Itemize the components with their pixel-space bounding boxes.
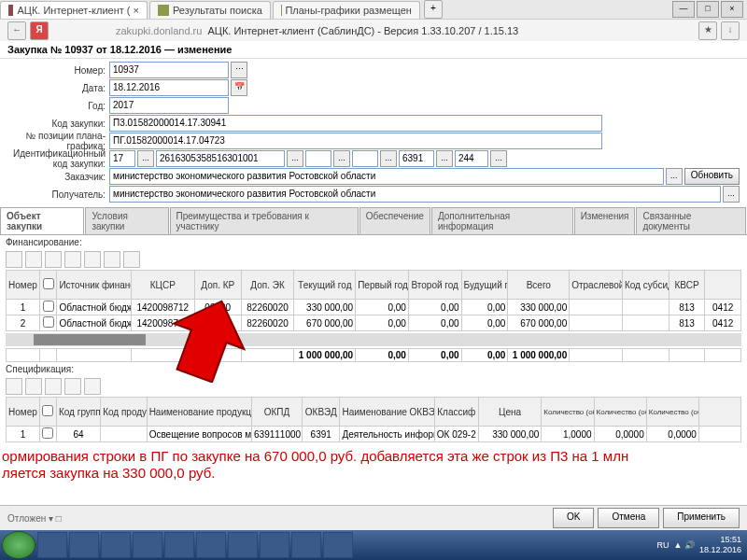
spec-row1-check[interactable]	[42, 427, 53, 439]
fin-scrollbar[interactable]	[6, 333, 741, 346]
fin-refresh-icon[interactable]	[123, 251, 140, 268]
spec-export-icon[interactable]	[84, 378, 101, 395]
taskbar-icon-2[interactable]	[69, 532, 99, 558]
browser-tab-1[interactable]: АЦК. Интернет-клиент ( ×	[0, 1, 148, 19]
tab-obespech[interactable]: Обеспечение	[359, 207, 430, 234]
browser-tab-3[interactable]: Планы-графики размещен	[273, 1, 420, 19]
tab-usloviya[interactable]: Условия закупки	[85, 207, 168, 234]
window-minimize-button[interactable]: —	[672, 1, 695, 18]
back-button[interactable]: ←	[7, 21, 26, 40]
taskbar-icon-1[interactable]	[37, 532, 67, 558]
fin-label: Финансирование:	[0, 235, 747, 249]
taskbar-icon-7[interactable]	[228, 532, 258, 558]
idk4-field[interactable]: 244	[455, 150, 488, 167]
fin-new-icon[interactable]	[6, 251, 22, 268]
label-kod: Код закупки:	[7, 119, 109, 129]
ok-button[interactable]: OK	[553, 508, 594, 528]
favorite-button[interactable]: ★	[698, 21, 717, 40]
taskbar-icon-6[interactable]	[196, 532, 226, 558]
god-field[interactable]: 2017	[109, 97, 229, 114]
fin-header-row: Номер строкиИсточник финансированияКЦСРД…	[7, 271, 741, 300]
spec-open-icon[interactable]	[25, 378, 42, 395]
calendar-icon[interactable]: 📅	[231, 79, 247, 96]
npos-field[interactable]: ПГ.01582000014.17.04723	[109, 133, 602, 149]
window-close-button[interactable]: ×	[721, 1, 743, 18]
annotation-text: ормирования строки в ПГ по закупке на 67…	[0, 448, 747, 482]
tab-preimush[interactable]: Преимущества и требования к участнику	[170, 207, 359, 234]
idk2-lookup-icon[interactable]: ...	[287, 150, 303, 167]
fin-edit-icon[interactable]	[45, 251, 62, 268]
taskbar-icon-10[interactable]	[323, 532, 353, 558]
label-data: Дата:	[7, 83, 109, 93]
tab-obekt[interactable]: Объект закупки	[0, 207, 84, 234]
idk1-lookup-icon[interactable]: ...	[137, 150, 154, 167]
label-god: Год:	[7, 101, 109, 111]
idk-e2[interactable]	[352, 150, 378, 167]
obnovit-button[interactable]: Обновить	[684, 168, 740, 185]
fin-export-icon[interactable]	[104, 251, 120, 268]
document-title: Закупка № 10937 от 18.12.2016 — изменени…	[0, 41, 747, 59]
idk3-lookup[interactable]: ...	[436, 150, 453, 167]
label-nomer: Номер:	[7, 65, 109, 76]
poluch-lookup-icon[interactable]: ...	[723, 186, 740, 203]
nomer-field[interactable]: 10937	[109, 62, 229, 78]
taskbar-icon-5[interactable]	[164, 532, 194, 558]
taskbar-icon-4[interactable]	[133, 532, 162, 558]
label-zakaz: Заказчик:	[7, 172, 109, 182]
fin-row-1[interactable]: 1Областной бюдже142009871200000822600203…	[7, 300, 741, 315]
yandex-button[interactable]: Я	[30, 21, 49, 40]
start-button[interactable]	[2, 531, 35, 559]
tab-izmen[interactable]: Изменения	[574, 207, 636, 234]
status-text[interactable]: Отложен ▾ □	[7, 513, 62, 524]
spec-delete-icon[interactable]	[64, 378, 81, 395]
spec-toolbar	[0, 376, 747, 397]
kod-field[interactable]: П3.01582000014.17.30941	[109, 115, 602, 132]
fin-row2-check[interactable]	[43, 316, 54, 328]
tab-svyaz[interactable]: Связанные документы	[636, 207, 746, 234]
idk-e1-lookup[interactable]: ...	[333, 150, 350, 167]
idk3-field[interactable]: 6391	[399, 150, 434, 167]
zakaz-lookup-icon[interactable]: ...	[666, 168, 683, 185]
idk2-field[interactable]: 2616305358516301001	[156, 150, 285, 167]
idk1-field[interactable]: 17	[109, 150, 135, 167]
system-tray[interactable]: RU ▲ 🔊 15:5118.12.2016	[657, 535, 747, 555]
fin-copy-icon[interactable]	[84, 251, 101, 268]
fin-row1-check[interactable]	[43, 301, 54, 312]
fin-open-icon[interactable]	[25, 251, 42, 268]
zakaz-field[interactable]: министерство экономического развития Рос…	[109, 168, 664, 185]
data-field[interactable]: 18.12.2016	[109, 79, 229, 96]
tab-dopinfo[interactable]: Дополнительная информация	[431, 207, 573, 234]
fin-totals: 1 000 000,000,000,000,001 000 000,00	[6, 348, 741, 362]
download-button[interactable]: ↓	[721, 21, 740, 40]
browser-tab-2[interactable]: Результаты поиска	[149, 1, 271, 19]
fin-delete-icon[interactable]	[64, 251, 81, 268]
fin-checkall[interactable]	[43, 278, 54, 289]
taskbar-icon-3[interactable]	[101, 532, 131, 558]
windows-taskbar: RU ▲ 🔊 15:5118.12.2016	[0, 530, 747, 560]
nomer-lookup-icon[interactable]: ⋯	[231, 62, 247, 78]
fin-table: Номер строкиИсточник финансированияКЦСРД…	[6, 270, 741, 331]
label-poluch: Получатель:	[7, 189, 109, 200]
address-bar: ← Я zakupki.donland.ru АЦК. Интернет-кли…	[0, 20, 747, 43]
idk-e1[interactable]	[305, 150, 331, 167]
dialog-footer: Отложен ▾ □ OK Отмена Применить	[0, 505, 747, 530]
new-tab-button[interactable]: +	[424, 0, 443, 19]
address-text[interactable]: zakupki.donland.ru АЦК. Интернет-клиент …	[116, 25, 697, 36]
window-maximize-button[interactable]: □	[697, 1, 719, 18]
apply-button[interactable]: Применить	[663, 508, 740, 528]
taskbar-icon-8[interactable]	[260, 532, 289, 558]
taskbar-icon-9[interactable]	[291, 532, 321, 558]
spec-new-icon[interactable]	[6, 378, 22, 395]
spec-checkall[interactable]	[42, 405, 53, 416]
browser-tabstrip: АЦК. Интернет-клиент ( × Результаты поис…	[0, 0, 747, 20]
label-idkod: Идентификационный код закупки:	[7, 148, 109, 169]
cancel-button[interactable]: Отмена	[598, 508, 659, 528]
spec-edit-icon[interactable]	[45, 378, 62, 395]
poluch-field[interactable]: министерство экономического развития Рос…	[109, 186, 721, 203]
idk4-lookup[interactable]: ...	[490, 150, 507, 167]
fin-row-2[interactable]: 2Областной бюдже142009871582260020670 00…	[7, 315, 741, 331]
spec-table: Номер строкиКод группыКод продукцииНаиме…	[6, 397, 741, 442]
spec-row-1[interactable]: 164Освещение вопросов мало6391110006391Д…	[7, 427, 741, 442]
idk-e2-lookup[interactable]: ...	[380, 150, 397, 167]
inner-tabs: Объект закупки Условия закупки Преимущес…	[0, 207, 747, 235]
